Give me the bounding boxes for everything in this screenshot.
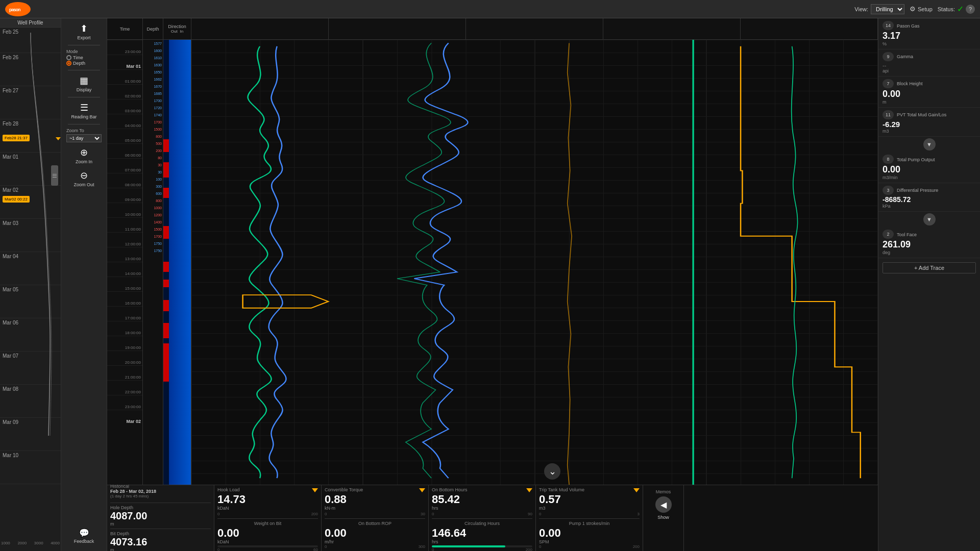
trace-tool-face: 2 Tool Face 261.09 deg	[878, 227, 980, 258]
zoom-in-button[interactable]: ⊕ Zoom In	[64, 145, 104, 166]
status-icon: ✓	[957, 4, 964, 14]
chart-body: 23:00:00 Mar 01 01:00:00 02:00:00 03:00:…	[107, 40, 878, 485]
chart-col-triptank	[706, 40, 878, 485]
trace-pason-gas: 14 Pason Gas 3.17 %	[878, 18, 980, 49]
well-path-svg	[0, 28, 61, 541]
main-layout: Well Profile Feb 25 Feb 26 Feb 27 Feb 28…	[0, 18, 980, 551]
display-icon: ▦	[80, 75, 88, 86]
depth-axis: 1000200030004000	[0, 541, 61, 551]
toolbar-divider-4	[68, 124, 100, 124]
dir-col-header: Direction Out In	[163, 18, 191, 39]
chart-col-5-header	[741, 18, 878, 39]
triptank-stat: Trip Tank Mud Volume 0.57 m3 0 3 Pump 1 …	[536, 485, 643, 551]
right-scroll-down[interactable]: ▼	[923, 138, 936, 151]
export-button[interactable]: ⬆ Export	[64, 21, 104, 42]
right-panel: 14 Pason Gas 3.17 % 9 Gamma -- api 7 Blo…	[878, 18, 980, 551]
right-scroll-mid[interactable]: ▼	[923, 213, 936, 226]
trace-pvt: 11 PVT Total Mud Gain/Los -6.29 m3	[878, 108, 980, 137]
time-col-header: Time	[107, 18, 143, 39]
feedback-button[interactable]: 💬 Feedback	[64, 526, 104, 546]
status-label: Status:	[938, 6, 955, 12]
well-profile-title: Well Profile	[17, 20, 43, 26]
triptank-triangle	[633, 488, 640, 492]
well-profile-header: Well Profile	[0, 18, 61, 28]
status-area: Status: ✓ ?	[938, 4, 975, 14]
circ-bar-fill	[432, 545, 505, 547]
mode-group: Mode Time Depth	[64, 48, 104, 67]
chart-col-onbottom	[535, 40, 706, 485]
chart-col-3-header	[466, 18, 603, 39]
toolbar-divider-3	[68, 97, 100, 97]
export-icon: ⬆	[80, 23, 88, 34]
dir-col	[163, 40, 191, 485]
depth-radio[interactable]: Depth	[66, 61, 102, 66]
view-label: View:	[854, 6, 868, 12]
zoom-out-button[interactable]: ⊖ Zoom Out	[64, 168, 104, 189]
chart-header: Time Depth Direction Out In	[107, 18, 878, 40]
view-dropdown[interactable]: Drilling	[871, 4, 904, 14]
feedback-icon: 💬	[79, 528, 89, 538]
view-selector[interactable]: View: Drilling	[854, 4, 904, 14]
trace-block-height: 7 Block Height 0.00 m	[878, 77, 980, 108]
torque-stat: Convertible Torque 0.88 kN·m 0 30 On Bot…	[322, 485, 429, 551]
depth-radio-dot[interactable]	[66, 61, 71, 66]
stats-bar: Historical Feb 28 - Mar 02, 2018 (1 day …	[107, 485, 878, 551]
topbar: pason View: Drilling ⚙ Setup Status: ✓ ?	[0, 0, 980, 18]
down-arrow-button[interactable]: ⌄	[544, 463, 560, 480]
svg-text:pason: pason	[9, 7, 20, 12]
chart-col-1-header	[191, 18, 329, 39]
scroll-indicator[interactable]	[51, 165, 58, 186]
chart-col-torque	[363, 40, 534, 485]
zoom-out-icon: ⊖	[80, 170, 88, 181]
reading-bar-icon: ☰	[80, 102, 88, 113]
left-sidebar: Well Profile Feb 25 Feb 26 Feb 27 Feb 28…	[0, 18, 61, 551]
well-profile-content: Feb 25 Feb 26 Feb 27 Feb 28 Feb28 21:37 …	[0, 28, 61, 551]
tooltip-mar02: Mar02 00:22	[3, 196, 30, 203]
onbottom-triangle	[526, 488, 532, 492]
toolbar-panel: ⬆ Export Mode Time Depth ▦ Display ☰ Rea…	[61, 18, 107, 551]
memos-button[interactable]: ◀	[655, 496, 672, 513]
torque-chart-svg	[363, 40, 534, 485]
setup-label: Setup	[918, 6, 933, 12]
logo: pason	[5, 2, 31, 16]
hookload-stat: Hook Load 14.73 kDaN 0 200 Weight on Bit…	[214, 485, 322, 551]
memos-stat: Memos ◀ Show	[643, 485, 684, 551]
depth-col: 1577 1600 1610 1630 1650 1662 1670 1685 …	[143, 40, 163, 485]
trace-total-pump: 8 Total Pump Output 0.00 m3/min	[878, 152, 980, 183]
triptank-chart-svg	[706, 40, 877, 485]
dir-gradient	[169, 40, 191, 485]
torque-triangle	[419, 488, 425, 492]
charts-area: Time Depth Direction Out In 23	[107, 18, 878, 551]
setup-button[interactable]: ⚙ Setup	[910, 5, 933, 13]
wob-bar	[217, 545, 318, 547]
gear-icon: ⚙	[910, 5, 916, 13]
onbottom-stat: On Bottom Hours 85.42 hrs 0 90 Circulati…	[429, 485, 536, 551]
zoom-in-icon: ⊕	[80, 147, 88, 158]
help-button[interactable]: ?	[966, 5, 975, 14]
trace-gamma: 9 Gamma -- api	[878, 49, 980, 77]
hookload-triangle	[312, 488, 318, 492]
zoom-select[interactable]: ~1 day	[66, 134, 102, 142]
chart-col-hookload	[191, 40, 363, 485]
chart-col-4-header	[603, 18, 741, 39]
toolbar-divider-2	[68, 70, 100, 70]
tooltip-feb28: Feb28 21:37	[3, 135, 30, 141]
time-radio[interactable]: Time	[66, 55, 102, 60]
toolbar-divider-1	[68, 45, 100, 45]
historical-panel: Historical Feb 28 - Mar 02, 2018 (1 day …	[107, 485, 214, 551]
onbottom-chart-svg	[535, 40, 706, 485]
circ-bar	[432, 545, 532, 547]
time-col: 23:00:00 Mar 01 01:00:00 02:00:00 03:00:…	[107, 40, 143, 485]
hookload-chart-svg	[191, 40, 362, 485]
time-radio-dot[interactable]	[66, 55, 71, 60]
display-button[interactable]: ▦ Display	[64, 73, 104, 94]
depth-col-header: Depth	[143, 18, 163, 39]
chart-col-2-header	[329, 18, 466, 39]
reading-bar-button[interactable]: ☰ Reading Bar	[64, 100, 104, 121]
zoom-to-group: Zoom To ~1 day	[64, 127, 104, 143]
add-trace-button[interactable]: + Add Trace	[883, 262, 976, 273]
memos-show-label[interactable]: Show	[657, 515, 669, 520]
trace-diff-pressure: 3 Differential Pressure -8685.72 kPa	[878, 183, 980, 212]
